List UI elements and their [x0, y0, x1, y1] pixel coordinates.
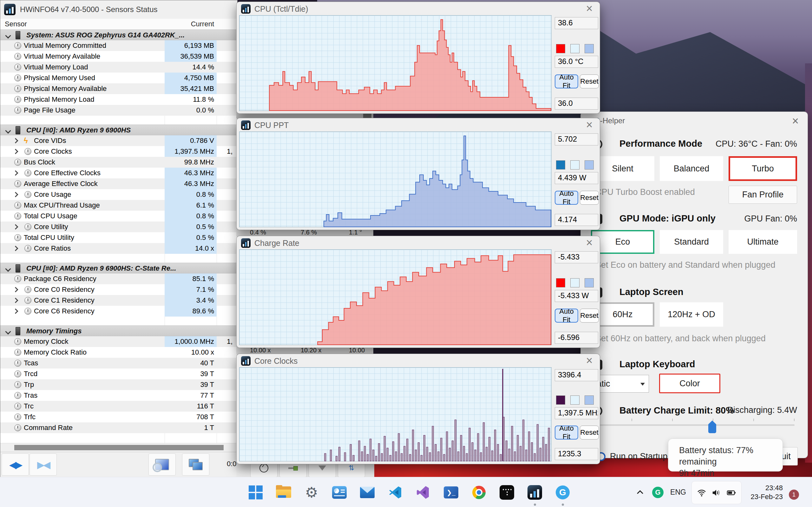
- hwinfo-titlebar[interactable]: HWiNFO64 v7.40-5000 - Sensors Status: [0, 0, 237, 19]
- horizontal-scrollbar[interactable]: [0, 443, 237, 452]
- graph-titlebar[interactable]: CPU PPT: [241, 120, 289, 130]
- grid-color-swatch[interactable]: [585, 395, 594, 405]
- taskbar-icon-chrome[interactable]: [465, 477, 493, 507]
- table-row[interactable]: Trp39 T: [0, 379, 237, 390]
- expand-columns-button[interactable]: ◀▶: [2, 453, 29, 475]
- table-row[interactable]: Memory Clock1,000.0 MHz1,: [0, 336, 237, 347]
- sensor-list[interactable]: System: ASUS ROG Zephyrus G14 GA402RK_..…: [0, 30, 237, 443]
- table-row[interactable]: Virtual Memory Available36,539 MB: [0, 51, 237, 62]
- taskbar-icon-start[interactable]: [242, 477, 270, 507]
- chevron-right-icon[interactable]: [13, 224, 18, 230]
- grammarly-tray-icon[interactable]: G: [649, 477, 667, 507]
- graph-titlebar[interactable]: Charge Rate: [241, 238, 299, 248]
- collapse-columns-button[interactable]: ▶◀: [30, 453, 57, 475]
- battery-limit-slider[interactable]: [591, 424, 795, 426]
- mode-button-120hz-od[interactable]: 120Hz + OD: [660, 302, 723, 327]
- table-row[interactable]: ϟCore VIDs0.786 V: [0, 135, 237, 146]
- table-row[interactable]: Trcd39 T: [0, 369, 237, 379]
- table-row[interactable]: Core C1 Residency3.4 %: [0, 295, 237, 306]
- mode-button-ultimate[interactable]: Ultimate: [728, 230, 797, 254]
- series-color-swatch[interactable]: [556, 278, 565, 287]
- table-row[interactable]: Total CPU Usage0.8 %: [0, 211, 237, 222]
- language-indicator[interactable]: ENG: [669, 477, 688, 507]
- background-color-swatch[interactable]: [570, 44, 579, 53]
- mode-button-standard[interactable]: Standard: [660, 230, 723, 254]
- graph-titlebar[interactable]: CPU (Tctl/Tdie): [241, 4, 308, 14]
- reset-button[interactable]: Reset: [580, 74, 599, 89]
- sensor-group-header[interactable]: System: ASUS ROG Zephyrus G14 GA402RK_..…: [0, 30, 237, 40]
- chevron-down-icon[interactable]: [5, 329, 11, 334]
- grid-color-swatch[interactable]: [585, 278, 594, 287]
- table-row[interactable]: Average Effective Clock46.3 MHz: [0, 178, 237, 189]
- mode-button-eco[interactable]: Eco: [591, 230, 654, 254]
- graph-titlebar[interactable]: Core Clocks: [241, 356, 298, 366]
- taskbar-icon-visual-studio[interactable]: [409, 477, 437, 507]
- table-row[interactable]: Trfc708 T: [0, 412, 237, 422]
- auto-fit-button[interactable]: Auto Fit: [555, 308, 578, 323]
- table-row[interactable]: Total CPU Utility0.5 %: [0, 232, 237, 243]
- chevron-right-icon[interactable]: [13, 170, 18, 176]
- series-color-swatch[interactable]: [556, 44, 565, 53]
- reset-button[interactable]: Reset: [580, 426, 599, 440]
- clock[interactable]: 23:48 23-Feb-23: [745, 477, 783, 507]
- taskbar-icon-settings[interactable]: ⚙: [298, 477, 325, 507]
- remote-monitoring-button[interactable]: [182, 453, 209, 475]
- keyboard-color-button[interactable]: Color: [659, 374, 720, 393]
- table-row[interactable]: Trc116 T: [0, 401, 237, 412]
- taskbar-icon-g-helper[interactable]: G: [549, 477, 577, 507]
- chevron-down-icon[interactable]: [5, 266, 11, 272]
- table-row[interactable]: Bus Clock99.8 MHz: [0, 157, 237, 168]
- table-row[interactable]: Virtual Memory Load14.4 %: [0, 62, 237, 72]
- table-row[interactable]: Command Rate1 T: [0, 422, 237, 433]
- close-icon[interactable]: ×: [583, 237, 595, 249]
- table-row[interactable]: Virtual Memory Committed6,193 MB: [0, 40, 237, 51]
- table-row[interactable]: Physical Memory Used4,750 MB: [0, 72, 237, 83]
- grid-color-swatch[interactable]: [585, 44, 594, 53]
- mode-button-balanced[interactable]: Balanced: [660, 156, 723, 181]
- tray-chevron-up-icon[interactable]: [634, 477, 647, 507]
- scrollbar-thumb[interactable]: [14, 445, 223, 450]
- sensor-group-header[interactable]: Memory Timings: [0, 326, 237, 336]
- fan-profile-button[interactable]: Fan Profile: [728, 186, 797, 204]
- taskbar-icon-black-dots-app[interactable]: [493, 477, 521, 507]
- notification-badge[interactable]: 1: [789, 490, 799, 500]
- table-row[interactable]: Core Usage0.8 %: [0, 189, 237, 200]
- mode-button-60hz[interactable]: 60Hz: [591, 302, 654, 327]
- taskbar-icon-system-monitor[interactable]: [325, 477, 353, 507]
- table-row[interactable]: Core C6 Residency89.6 %: [0, 306, 237, 317]
- chevron-right-icon[interactable]: [13, 308, 18, 314]
- table-row[interactable]: Core C0 Residency7.1 %: [0, 284, 237, 295]
- chevron-right-icon[interactable]: [13, 246, 18, 251]
- taskbar-icon-mail[interactable]: [353, 477, 381, 507]
- table-row[interactable]: Package C6 Residency85.1 %: [0, 274, 237, 284]
- close-icon[interactable]: ×: [792, 114, 799, 128]
- taskbar-icon-powershell[interactable]: ❯_: [437, 477, 465, 507]
- chevron-down-icon[interactable]: [5, 128, 11, 133]
- sensor-group-header[interactable]: CPU [#0]: AMD Ryzen 9 6900HS: [0, 124, 237, 135]
- close-icon[interactable]: ×: [583, 3, 595, 14]
- grid-color-swatch[interactable]: [585, 160, 594, 170]
- column-header-current[interactable]: Current: [165, 20, 214, 28]
- taskbar-icon-file-explorer[interactable]: [270, 477, 298, 507]
- close-icon[interactable]: ×: [583, 354, 595, 367]
- taskbar-icon-hwinfo64[interactable]: [521, 477, 549, 507]
- table-row[interactable]: Tras77 T: [0, 390, 237, 401]
- column-header-sensor[interactable]: Sensor: [5, 20, 27, 28]
- table-row[interactable]: Physical Memory Load11.8 %: [0, 94, 237, 105]
- table-row[interactable]: Core Ratios14.0 x: [0, 243, 237, 254]
- mode-button-turbo[interactable]: Turbo: [728, 156, 797, 181]
- slider-handle[interactable]: [708, 420, 716, 433]
- table-row[interactable]: Tcas40 T: [0, 358, 237, 369]
- table-row[interactable]: Core Effective Clocks46.3 MHz: [0, 168, 237, 178]
- background-color-swatch[interactable]: [570, 395, 579, 405]
- table-row[interactable]: Page File Usage0.0 %: [0, 105, 237, 116]
- table-row[interactable]: Max CPU/Thread Usage6.1 %: [0, 200, 237, 211]
- table-row[interactable]: Core Utility0.5 %: [0, 222, 237, 232]
- chevron-right-icon[interactable]: [13, 138, 18, 144]
- chevron-right-icon[interactable]: [13, 298, 18, 303]
- taskbar-icon-vscode[interactable]: [381, 477, 409, 507]
- chevron-right-icon[interactable]: [13, 192, 18, 198]
- background-color-swatch[interactable]: [570, 160, 579, 170]
- mode-button-silent[interactable]: Silent: [591, 156, 654, 181]
- close-icon[interactable]: ×: [583, 119, 595, 131]
